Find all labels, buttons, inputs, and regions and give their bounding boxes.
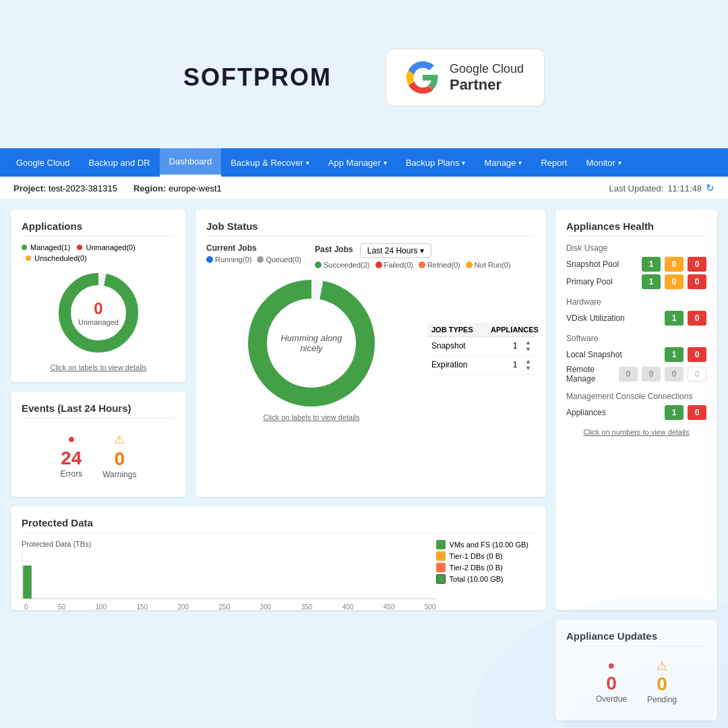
tier2-label: Tier-2 DBs (0 B): [450, 564, 503, 572]
vdisk-red[interactable]: 0: [688, 311, 706, 326]
snapshot-pool-amber[interactable]: 0: [665, 257, 684, 272]
retried-dot: [419, 262, 425, 268]
software-section: Software Local Snapshot 1 0 Remote Manag…: [566, 334, 706, 384]
last-updated-label: Last Updated:: [609, 183, 663, 193]
snapshot-up-chevron[interactable]: ▲: [525, 340, 531, 346]
legend-unscheduled[interactable]: Unscheduled(0): [26, 254, 87, 262]
past-jobs-section: Past Jobs Last 24 Hours ▾ Succeeded(2) F…: [315, 243, 511, 269]
legend-tier1: Tier-1 DBs (0 B): [436, 551, 528, 561]
queued-legend: Queued(0): [257, 255, 301, 264]
failed-legend: Failed(0): [375, 261, 413, 269]
chevron-icon: ▾: [618, 159, 621, 166]
nav-manage[interactable]: Manage ▾: [475, 148, 531, 177]
google-cloud-label: Google Cloud: [450, 62, 524, 76]
snapshot-pool-label: Snapshot Pool: [566, 260, 638, 269]
applications-legend: Managed(1) Unmanaged(0) Unscheduled(0): [22, 243, 175, 262]
last-updated: Last Updated: 11:11:48 ↻: [609, 182, 715, 194]
unmanaged-dot: [77, 245, 82, 250]
bar-chart: 0 50 100 150 200 250 300 350 400 450 500: [22, 552, 436, 599]
appliances-red[interactable]: 0: [688, 405, 706, 420]
notrun-label: Not Run(0): [475, 261, 511, 269]
applications-card: Applications Managed(1) Unmanaged(0) Uns…: [11, 210, 186, 382]
remote-manage-gray3[interactable]: 0: [665, 367, 684, 382]
running-dot: [206, 256, 213, 263]
nav-dashboard[interactable]: Dashboard: [160, 148, 222, 177]
appliances-green[interactable]: 1: [665, 405, 684, 420]
click-numbers-hint[interactable]: Click on numbers to view details: [566, 428, 706, 436]
nav-report[interactable]: Report: [531, 148, 576, 177]
disk-usage-section: Disk Usage Snapshot Pool 1 0 0 Primary P…: [566, 243, 706, 289]
unmanaged-label: Unmanaged(0): [86, 243, 135, 251]
snapshot-pool-green[interactable]: 1: [642, 257, 661, 272]
snapshot-down-chevron[interactable]: ▼: [525, 346, 531, 353]
warnings-item: ⚠ 0 Warnings: [102, 432, 136, 479]
snapshot-pool-red[interactable]: 0: [688, 257, 706, 272]
job-main: Humming along nicely Click on labels to …: [206, 276, 535, 421]
remote-manage-white[interactable]: 0: [688, 367, 706, 382]
refresh-icon[interactable]: ↻: [706, 182, 715, 194]
bar-chart-svg: [22, 552, 436, 599]
chart-area: Protected Data (TBs) 0 50 100 150 200: [22, 540, 436, 599]
local-snapshot-green[interactable]: 1: [665, 347, 684, 362]
hardware-section: Hardware VDisk Utilization 1 0: [566, 297, 706, 326]
pending-label: Pending: [647, 695, 677, 704]
job-click-hint[interactable]: Click on labels to view details: [263, 413, 359, 421]
expiration-up-chevron[interactable]: ▲: [525, 359, 531, 365]
snapshot-chevrons[interactable]: ▲ ▼: [525, 340, 531, 353]
remote-manage-gray2[interactable]: 0: [642, 367, 661, 382]
chevron-down-icon: ▾: [420, 246, 424, 255]
past-jobs-label: Past Jobs: [315, 245, 353, 254]
legend-tier2: Tier-2 DBs (0 B): [436, 563, 528, 572]
primary-pool-green[interactable]: 1: [642, 274, 661, 289]
legend-managed[interactable]: Managed(1): [22, 243, 70, 251]
donut-value: 0: [78, 299, 119, 318]
succeeded-dot: [315, 262, 322, 268]
job-status-title: Job Status: [206, 220, 535, 237]
succeeded-label: Succeeded(2): [324, 261, 370, 269]
header: SOFTPROM Google Cloud Partner: [0, 0, 728, 148]
nav-monitor[interactable]: Monitor ▾: [576, 148, 630, 177]
donut-center: 0 Unmanaged: [78, 299, 119, 326]
current-jobs-section: Current Jobs Running(0) Queued(0): [206, 243, 301, 269]
primary-pool-label: Primary Pool: [566, 277, 638, 286]
disk-usage-label: Disk Usage: [566, 243, 706, 253]
google-partner-text: Google Cloud Partner: [450, 62, 524, 94]
warnings-count: 0: [102, 448, 136, 470]
applications-click-hint[interactable]: Click on labels to view details: [22, 363, 175, 371]
warning-icon: ⚠: [102, 432, 136, 447]
legend-vms: VMs and FS (10.00 GB): [436, 540, 528, 549]
primary-pool-red[interactable]: 0: [688, 274, 706, 289]
y-axis-label: Protected Data (TBs): [22, 540, 436, 548]
table-row: Snapshot 1 ▲ ▼: [427, 337, 535, 356]
softprom-logo: SOFTPROM: [183, 63, 332, 92]
tier1-label: Tier-1 DBs (0 B): [450, 552, 503, 560]
expiration-chevrons[interactable]: ▲ ▼: [525, 359, 531, 371]
vdisk-row: VDisk Utilization 1 0: [566, 311, 706, 326]
chart-legend: VMs and FS (10.00 GB) Tier-1 DBs (0 B) T…: [436, 540, 528, 584]
local-snapshot-red[interactable]: 0: [688, 347, 706, 362]
vdisk-green[interactable]: 1: [665, 311, 684, 326]
appliances-header: APPLIANCES: [491, 326, 531, 334]
nav-google-cloud[interactable]: Google Cloud: [7, 148, 80, 177]
running-legend: Running(0): [206, 255, 251, 264]
local-snapshot-label: Local Snapshot: [566, 350, 661, 359]
nav-app-manager[interactable]: App Manager ▾: [319, 148, 396, 177]
nav-backup-dr[interactable]: Backup and DR: [80, 148, 160, 177]
remote-manage-row: Remote Manage 0 0 0 0: [566, 365, 706, 384]
appliances-label: Appliances: [566, 408, 661, 417]
legend-unmanaged[interactable]: Unmanaged(0): [77, 243, 135, 251]
x-axis-labels: 0 50 100 150 200 250 300 350 400 450 500: [22, 602, 436, 611]
time-filter-button[interactable]: Last 24 Hours ▾: [360, 243, 432, 258]
navbar: Google Cloud Backup and DR Dashboard Bac…: [0, 148, 728, 177]
managed-dot: [22, 245, 27, 250]
remote-manage-gray1[interactable]: 0: [619, 367, 638, 382]
hardware-label: Hardware: [566, 297, 706, 307]
nav-backup-recover[interactable]: Backup & Recover ▾: [221, 148, 319, 177]
notrun-legend: Not Run(0): [466, 261, 511, 269]
project-label: Project: test-2023-381315: [13, 183, 117, 193]
primary-pool-amber[interactable]: 0: [665, 274, 684, 289]
nav-backup-plans[interactable]: Backup Plans ▾: [396, 148, 475, 177]
events-grid: ● 24 Errors ⚠ 0 Warnings: [22, 425, 175, 486]
main-content: Applications Managed(1) Unmanaged(0) Uns…: [0, 200, 728, 728]
expiration-down-chevron[interactable]: ▼: [525, 365, 531, 371]
